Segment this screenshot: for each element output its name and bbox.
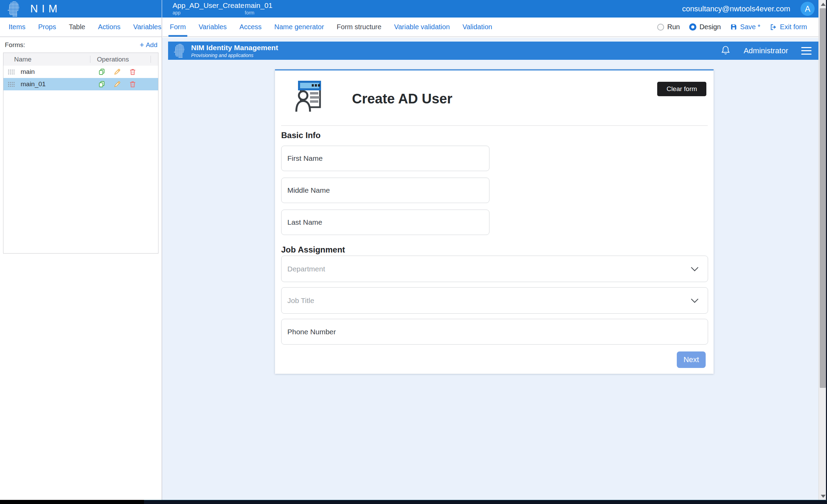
row-operations [98, 80, 136, 88]
run-radio[interactable] [657, 24, 664, 31]
exit-form-label: Exit form [780, 23, 807, 31]
drag-handle-icon[interactable] [8, 69, 15, 75]
design-label: Design [699, 23, 721, 31]
left-tab-bar: Items Props Table Actions Variables Form… [0, 18, 162, 37]
job-title-label: Job Title [287, 296, 314, 305]
tab-variable-validation[interactable]: Variable validation [394, 23, 450, 31]
nim-logo-icon [173, 44, 186, 58]
job-assignment-heading: Job Assignment [281, 245, 345, 255]
job-title-select[interactable]: Job Title [281, 287, 708, 314]
forms-panel-title: Forms: [5, 41, 25, 49]
copy-icon[interactable] [98, 80, 106, 88]
save-label: Save * [740, 23, 760, 31]
last-name-label: Last Name [287, 218, 322, 226]
mode-controls: Run Design Save * Exit form [657, 18, 807, 36]
brand-text: NIM [30, 3, 61, 15]
chevron-down-icon [691, 298, 699, 303]
tab-access[interactable]: Access [240, 23, 262, 31]
preview-header-title: NIM Identity Management [191, 43, 278, 52]
app-name: App_AD_User_Create [173, 1, 244, 10]
tab-props[interactable]: Props [38, 23, 56, 31]
form-preview-area: NIM Identity Management Provisioning and… [162, 38, 827, 501]
middle-name-field[interactable]: Middle Name [281, 178, 489, 203]
preview-app-header: NIM Identity Management Provisioning and… [168, 42, 818, 60]
edit-icon[interactable] [113, 68, 121, 76]
save-button[interactable]: Save * [730, 23, 760, 31]
department-select[interactable]: Department [281, 256, 708, 282]
nim-designer-window: NIM App_AD_User_Create app main_01 form … [0, 0, 827, 504]
clear-form-button[interactable]: Clear form [657, 82, 706, 96]
form-name: main_01 [245, 1, 273, 10]
basic-info-heading: Basic Info [281, 131, 321, 140]
add-form-button[interactable]: + Add [140, 41, 157, 49]
exit-form-button[interactable]: Exit form [770, 23, 807, 31]
column-separator [151, 56, 151, 63]
tab-variables[interactable]: Variables [133, 23, 162, 31]
forms-table: Name Operations main [3, 53, 158, 254]
tab-validation[interactable]: Validation [463, 23, 492, 31]
brand-area: NIM [0, 0, 162, 18]
plus-icon: + [140, 41, 144, 49]
tab-form-structure[interactable]: Form structure [337, 23, 382, 31]
middle-name-label: Middle Name [287, 186, 330, 194]
form-card: Create AD User Clear form Basic Info Fir… [275, 69, 714, 374]
exit-icon [770, 23, 777, 31]
phone-number-field[interactable]: Phone Number [281, 319, 708, 345]
run-label: Run [667, 23, 680, 31]
card-divider [281, 125, 708, 126]
phone-number-label: Phone Number [287, 328, 336, 336]
bell-icon[interactable] [721, 46, 730, 56]
column-header-name: Name [3, 56, 32, 63]
tab-form[interactable]: Form [170, 23, 186, 31]
table-row-main[interactable]: main [3, 66, 158, 78]
save-icon [730, 23, 737, 31]
topbar-divider [162, 0, 162, 18]
top-app-bar: NIM App_AD_User_Create app main_01 form … [0, 0, 827, 18]
open-form-entity[interactable]: main_01 form [245, 1, 273, 15]
designer-tab-bar: Form Variables Access Name generator For… [163, 18, 827, 37]
column-header-operations: Operations [97, 56, 129, 63]
design-radio[interactable] [689, 23, 696, 31]
next-button[interactable]: Next [677, 351, 706, 368]
tab-items[interactable]: Items [9, 23, 25, 31]
preview-header-subtitle: Provisioning and applications [191, 53, 278, 58]
design-mode-option[interactable]: Design [689, 23, 721, 31]
table-row-main-01[interactable]: main_01 [3, 78, 158, 90]
create-user-icon [293, 78, 327, 113]
vertical-scrollbar[interactable] [818, 0, 827, 501]
last-name-field[interactable]: Last Name [281, 210, 489, 235]
row-operations [98, 68, 136, 76]
avatar[interactable]: A [801, 2, 815, 16]
preview-user-name[interactable]: Administrator [743, 46, 788, 55]
app-sublabel: app [173, 10, 244, 15]
copy-icon[interactable] [98, 68, 106, 76]
tab-form-variables[interactable]: Variables [199, 23, 227, 31]
add-form-label: Add [146, 41, 157, 49]
first-name-field[interactable]: First Name [281, 146, 489, 171]
drag-handle-icon[interactable] [8, 82, 15, 87]
scrollbar-thumb[interactable] [820, 8, 826, 388]
column-separator [90, 56, 90, 63]
tab-name-generator[interactable]: Name generator [274, 23, 324, 31]
scroll-down-arrow[interactable] [821, 495, 826, 498]
delete-icon[interactable] [129, 68, 136, 76]
forms-panel: Forms: + Add Name Operations [0, 38, 162, 501]
tab-actions[interactable]: Actions [98, 23, 121, 31]
nim-logo-icon [6, 1, 21, 17]
forms-table-header: Name Operations [3, 53, 158, 66]
form-row-name[interactable]: main_01 [21, 80, 46, 88]
edit-icon[interactable] [113, 80, 121, 88]
delete-icon[interactable] [129, 80, 136, 88]
form-row-name[interactable]: main [21, 68, 35, 76]
open-app-entity[interactable]: App_AD_User_Create app [173, 1, 244, 15]
tab-table[interactable]: Table [69, 23, 85, 31]
horizontal-scrollbar[interactable] [0, 500, 827, 504]
chevron-down-icon [691, 267, 699, 272]
first-name-label: First Name [287, 154, 323, 163]
department-label: Department [287, 265, 325, 273]
menu-icon[interactable] [801, 47, 812, 55]
scroll-up-arrow[interactable] [821, 3, 826, 6]
run-mode-option[interactable]: Run [657, 23, 680, 31]
horizontal-scrollbar-thumb[interactable] [0, 500, 144, 504]
account-area: consultancy@nwtools4ever.com A [682, 0, 815, 18]
